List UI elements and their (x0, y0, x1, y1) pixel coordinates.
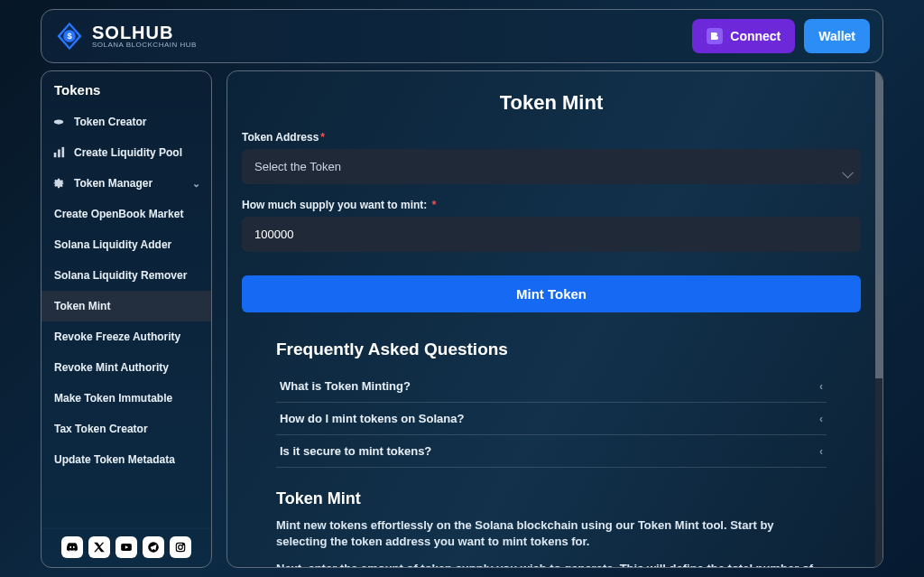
faq-item[interactable]: How do I mint tokens on Solana? ‹ (276, 403, 827, 435)
instagram-icon[interactable] (170, 536, 191, 558)
scrollbar[interactable] (875, 71, 882, 567)
bars-icon (52, 146, 65, 159)
chevron-left-icon: ‹ (819, 380, 823, 393)
sidebar-item-label: Token Manager (74, 177, 152, 190)
info-heading: Token Mint (276, 489, 827, 508)
gear-icon (52, 177, 65, 190)
sidebar-item-label: Token Mint (54, 300, 110, 312)
svg-point-4 (54, 119, 64, 124)
brand-title: SOLHUB (92, 23, 197, 42)
wallet-button[interactable]: Wallet (804, 19, 870, 53)
youtube-icon[interactable] (116, 536, 137, 558)
faq-question: How do I mint tokens on Solana? (280, 412, 464, 425)
sidebar-section-title: Tokens (42, 71, 211, 107)
sidebar-item-create-liquidity-pool[interactable]: Create Liquidity Pool (42, 137, 211, 168)
mint-token-button[interactable]: Mint Token (242, 275, 861, 312)
coin-icon (52, 116, 65, 128)
faq-item[interactable]: Is it secure to mint tokens? ‹ (276, 435, 827, 468)
faq-question: What is Token Minting? (280, 379, 411, 393)
sidebar-item-label: Update Token Metadata (54, 453, 175, 466)
sidebar-item-label: Create Liquidity Pool (74, 146, 182, 159)
sidebar: Tokens Token Creator Create Liquidity Po… (41, 70, 212, 568)
faq-question: Is it secure to mint tokens? (280, 444, 431, 458)
faq-heading: Frequently Asked Questions (276, 340, 827, 359)
chevron-left-icon: ‹ (819, 445, 823, 458)
main-panel: Token Mint Token Address* Select the Tok… (226, 70, 883, 568)
connect-button[interactable]: Connect (692, 19, 795, 53)
sidebar-item-token-mint[interactable]: Token Mint (42, 291, 211, 321)
svg-rect-5 (54, 153, 57, 157)
info-paragraph: Next, enter the amount of token supply y… (276, 561, 827, 567)
info-paragraph: Mint new tokens effortlessly on the Sola… (276, 517, 827, 550)
discord-icon[interactable] (61, 536, 83, 558)
telegram-icon[interactable] (143, 536, 164, 558)
sidebar-item-make-token-immutable[interactable]: Make Token Immutable (42, 383, 211, 414)
sidebar-item-token-manager[interactable]: Token Manager ⌄ (42, 168, 211, 199)
connect-icon (707, 28, 723, 44)
connect-label: Connect (730, 29, 781, 43)
sidebar-item-tax-token-creator[interactable]: Tax Token Creator (42, 414, 211, 444)
chevron-left-icon: ‹ (819, 413, 823, 425)
svg-point-12 (179, 545, 183, 550)
sidebar-item-label: Revoke Freeze Authority (54, 330, 180, 343)
sidebar-item-label: Make Token Immutable (54, 392, 172, 405)
sidebar-item-create-openbook-market[interactable]: Create OpenBook Market (42, 199, 211, 229)
sidebar-item-label: Token Creator (74, 116, 146, 128)
supply-label: How much supply you want to mint: * (242, 199, 861, 211)
faq-section: Frequently Asked Questions What is Token… (227, 340, 875, 468)
token-address-select[interactable]: Select the Token (242, 149, 861, 184)
sidebar-item-label: Revoke Mint Authority (54, 361, 169, 374)
sidebar-item-label: Create OpenBook Market (54, 208, 183, 220)
supply-input[interactable] (242, 217, 861, 252)
sidebar-item-label: Solana Liquidity Adder (54, 238, 171, 251)
sidebar-item-solana-liquidity-adder[interactable]: Solana Liquidity Adder (42, 229, 211, 260)
sidebar-item-update-token-metadata[interactable]: Update Token Metadata (42, 444, 211, 475)
sidebar-item-solana-liquidity-remover[interactable]: Solana Liquidity Remover (42, 260, 211, 291)
sidebar-item-label: Solana Liquidity Remover (54, 269, 187, 282)
sidebar-item-token-creator[interactable]: Token Creator (42, 107, 211, 137)
top-bar: $ SOLHUB SOLANA BLOCKCHAIN HUB Connect W… (41, 9, 883, 63)
brand-logo-icon: $ (54, 21, 85, 51)
scrollbar-thumb[interactable] (875, 71, 882, 378)
chevron-down-icon: ⌄ (192, 178, 200, 190)
sidebar-item-revoke-mint-authority[interactable]: Revoke Mint Authority (42, 352, 211, 383)
sidebar-item-revoke-freeze-authority[interactable]: Revoke Freeze Authority (42, 321, 211, 352)
wallet-label: Wallet (818, 29, 855, 43)
brand: $ SOLHUB SOLANA BLOCKCHAIN HUB (54, 21, 197, 51)
svg-rect-7 (62, 147, 65, 157)
brand-subtitle: SOLANA BLOCKCHAIN HUB (92, 42, 197, 49)
social-row (42, 528, 211, 567)
info-section: Token Mint Mint new tokens effortlessly … (227, 468, 875, 567)
svg-point-13 (182, 544, 183, 545)
svg-rect-6 (58, 150, 60, 158)
x-twitter-icon[interactable] (88, 536, 110, 558)
page-title: Token Mint (227, 71, 875, 131)
faq-item[interactable]: What is Token Minting? ‹ (276, 370, 827, 403)
svg-text:$: $ (67, 32, 72, 41)
token-address-label: Token Address* (242, 131, 861, 144)
sidebar-item-label: Tax Token Creator (54, 423, 148, 435)
